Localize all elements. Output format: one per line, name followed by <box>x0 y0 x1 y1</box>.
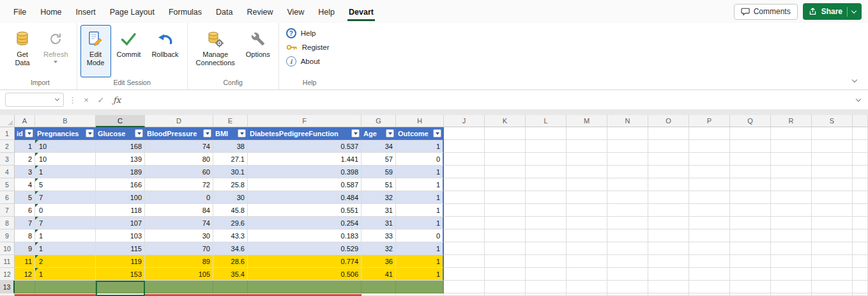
cell-blank[interactable] <box>771 127 812 140</box>
cell-blank[interactable] <box>689 255 730 268</box>
cell-C8[interactable]: 107 <box>96 217 145 230</box>
cell-blank[interactable] <box>526 204 567 217</box>
row-header-12[interactable]: 12 <box>0 268 15 281</box>
cell-blank[interactable] <box>607 178 648 191</box>
cell-blank[interactable] <box>444 153 485 166</box>
tab-review[interactable]: Review <box>240 2 280 21</box>
cell-A7[interactable]: 6 <box>15 204 35 217</box>
cell-B11[interactable]: 2 <box>35 255 96 268</box>
cell-blank[interactable] <box>607 127 648 140</box>
cell-H9[interactable]: 0 <box>396 230 444 242</box>
cell-blank[interactable] <box>812 293 853 296</box>
table-header-pregnancies[interactable]: Pregnancies <box>35 127 96 140</box>
cell-blank[interactable] <box>567 281 607 293</box>
cell-blank[interactable] <box>648 204 689 217</box>
cell-E6[interactable]: 30 <box>213 191 248 204</box>
cell-blank[interactable] <box>648 242 689 255</box>
cell-B5[interactable]: 5 <box>35 178 96 191</box>
cell-B9[interactable]: 1 <box>35 230 96 242</box>
cell-blank[interactable] <box>853 242 868 255</box>
cell-blank[interactable] <box>771 293 812 296</box>
cell-H13[interactable] <box>396 281 444 293</box>
cell-blank[interactable] <box>607 166 648 178</box>
column-header-L[interactable]: L <box>526 115 567 127</box>
share-dropdown-icon[interactable] <box>851 8 857 13</box>
table-header-outcome[interactable]: Outcome <box>396 127 444 140</box>
cell-blank[interactable] <box>689 204 730 217</box>
cell-blank[interactable] <box>485 204 526 217</box>
cell-blank[interactable] <box>853 217 868 230</box>
register-button[interactable]: Register <box>285 42 335 52</box>
row-header-7[interactable]: 7 <box>0 204 15 217</box>
cell-blank[interactable] <box>444 217 485 230</box>
cell-E8[interactable]: 29.6 <box>213 217 248 230</box>
cell-blank[interactable] <box>526 268 567 281</box>
cell-B10[interactable]: 1 <box>35 242 96 255</box>
cell-E13[interactable] <box>213 281 248 293</box>
tab-formulas[interactable]: Formulas <box>162 2 209 21</box>
cell-blank[interactable] <box>444 204 485 217</box>
column-header-M[interactable]: M <box>567 115 607 127</box>
commit-button[interactable]: Commit <box>112 25 146 77</box>
manage-connections-button[interactable]: ManageConnections <box>191 25 240 77</box>
cell-blank[interactable] <box>730 166 771 178</box>
column-header-O[interactable]: O <box>648 115 689 127</box>
cell-blank[interactable] <box>35 293 96 296</box>
cell-blank[interactable] <box>730 293 771 296</box>
column-header-G[interactable]: G <box>362 115 396 127</box>
name-box[interactable] <box>5 93 64 107</box>
cell-G12[interactable]: 41 <box>362 268 396 281</box>
cell-E5[interactable]: 25.8 <box>213 178 248 191</box>
tab-home[interactable]: Home <box>33 2 68 21</box>
cell-blank[interactable] <box>771 191 812 204</box>
cell-blank[interactable] <box>771 268 812 281</box>
cell-blank[interactable] <box>485 242 526 255</box>
get-data-button[interactable]: GetData <box>7 25 38 77</box>
cell-blank[interactable] <box>485 255 526 268</box>
cell-blank[interactable] <box>444 191 485 204</box>
cell-D7[interactable]: 84 <box>145 204 213 217</box>
cell-A4[interactable]: 3 <box>15 166 35 178</box>
cell-blank[interactable] <box>567 191 607 204</box>
cell-blank[interactable] <box>689 281 730 293</box>
cell-blank[interactable] <box>689 153 730 166</box>
cell-blank[interactable] <box>812 268 853 281</box>
cell-D12[interactable]: 105 <box>145 268 213 281</box>
cell-A11[interactable]: 11 <box>15 255 35 268</box>
cell-blank[interactable] <box>812 140 853 153</box>
cell-blank[interactable] <box>607 281 648 293</box>
cell-blank[interactable] <box>648 140 689 153</box>
filter-button-pregnancies[interactable] <box>86 129 94 137</box>
tab-file[interactable]: File <box>6 2 33 21</box>
cell-E9[interactable]: 43.3 <box>213 230 248 242</box>
cell-blank[interactable] <box>853 230 868 242</box>
cell-blank[interactable] <box>771 166 812 178</box>
cell-blank[interactable] <box>689 178 730 191</box>
cell-B7[interactable]: 0 <box>35 204 96 217</box>
cell-A8[interactable]: 7 <box>15 217 35 230</box>
cell-A2[interactable]: 1 <box>15 140 35 153</box>
cell-E4[interactable]: 30.1 <box>213 166 248 178</box>
cell-D5[interactable]: 72 <box>145 178 213 191</box>
cell-blank[interactable] <box>648 217 689 230</box>
cell-blank[interactable] <box>730 230 771 242</box>
cell-blank[interactable] <box>648 127 689 140</box>
cell-F10[interactable]: 0.529 <box>248 242 362 255</box>
formula-input[interactable] <box>128 93 852 107</box>
cell-blank[interactable] <box>444 255 485 268</box>
cell-F7[interactable]: 0.551 <box>248 204 362 217</box>
cell-blank[interactable] <box>812 127 853 140</box>
column-header-B[interactable]: B <box>35 115 96 127</box>
filter-button-id[interactable] <box>25 129 33 137</box>
cell-blank[interactable] <box>853 204 868 217</box>
column-header-E[interactable]: E <box>213 115 248 127</box>
cell-C11[interactable]: 119 <box>96 255 145 268</box>
cell-B2[interactable]: 10 <box>35 140 96 153</box>
cell-A6[interactable]: 5 <box>15 191 35 204</box>
cell-blank[interactable] <box>444 140 485 153</box>
cell-blank[interactable] <box>853 191 868 204</box>
cell-blank[interactable] <box>526 217 567 230</box>
tab-insert[interactable]: Insert <box>69 2 103 21</box>
cell-blank[interactable] <box>96 293 145 296</box>
cell-blank[interactable] <box>567 242 607 255</box>
